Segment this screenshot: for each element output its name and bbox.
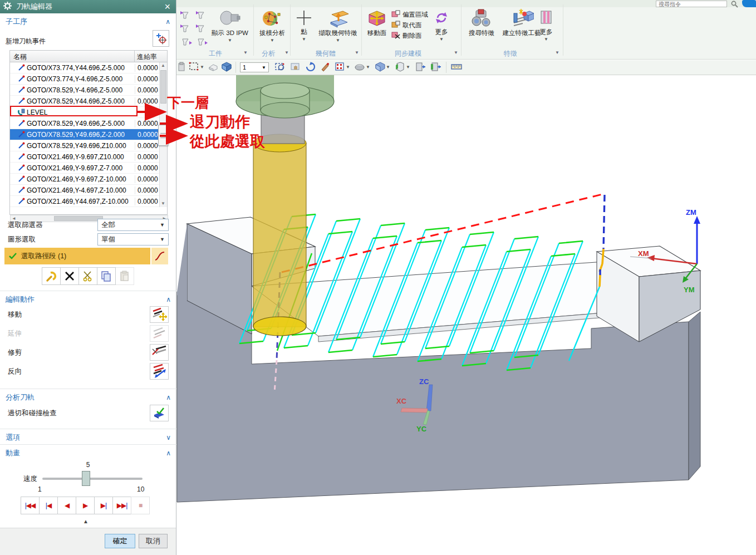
render-style-button[interactable]: ▼ (375, 62, 390, 72)
command-search-input[interactable] (656, 1, 727, 7)
chevron-up-icon[interactable]: ∧ (166, 449, 171, 457)
play-forward-button[interactable]: ▶ (76, 497, 95, 514)
cube-view-button[interactable] (221, 62, 232, 72)
chevron-down-icon[interactable]: ∨ (166, 434, 171, 441)
zoom-window-button[interactable] (274, 62, 286, 72)
pan-button[interactable] (290, 62, 301, 72)
section-sub-op[interactable]: 子工序 ∧ (0, 13, 176, 29)
table-row-goto[interactable]: GOTO/X21.469,Y-4.697,Z-10.0000.0000 (10, 185, 167, 196)
rotate-view-button[interactable] (305, 62, 316, 72)
search-feature-button[interactable]: 搜尋特徵 (465, 9, 498, 37)
chevron-up-icon[interactable]: ∧ (165, 18, 170, 26)
table-row-goto[interactable]: GOTO/X78.529,Y-4.696,Z-5.0000.0000 (10, 85, 167, 96)
offset-region-button[interactable]: 偏置區域 (391, 10, 428, 19)
clipboard-icon[interactable] (178, 62, 185, 72)
feedrate-curve-button[interactable] (151, 248, 168, 264)
speed-slider-track[interactable] (42, 478, 143, 480)
table-row-goto[interactable]: GOTO/X73.774,Y-4.696,Z-5.0000.0000 (10, 73, 167, 85)
cut-button[interactable] (78, 267, 97, 285)
step-backward-button[interactable]: |◀ (39, 497, 58, 514)
copy-button[interactable] (97, 267, 116, 285)
more-feature-button[interactable]: 更多 ▼ (536, 9, 556, 42)
snap-point-button[interactable]: ▼ (335, 62, 350, 72)
move-face-button[interactable]: 移動面 (364, 9, 390, 37)
event-name: GOTO/X78.529,Y49.696,Z-5.000 (27, 120, 135, 127)
group-geometry-label: 幾何體 (298, 49, 354, 58)
draft-analysis-button[interactable]: 拔模分析 ▼ (254, 9, 290, 43)
table-row-goto[interactable]: GOTO/X21.469,Y44.697,Z-10.0000.0000 (10, 196, 167, 207)
graphic-selection-dropdown[interactable]: 單個 ▼ (97, 233, 169, 245)
point-button[interactable]: 點 ▼ (293, 9, 315, 42)
delete-face-button[interactable]: 刪除面 (391, 31, 422, 40)
vscroll-thumb[interactable] (160, 70, 166, 104)
extract-geometry-button[interactable]: 擷取幾何特徵 ▼ (315, 9, 361, 43)
group-sync-more-icon[interactable]: ▼ (454, 50, 458, 55)
list-drag-handle[interactable] (158, 125, 168, 146)
chevron-up-icon[interactable]: ∧ (166, 394, 171, 401)
stop-button[interactable]: ■ (131, 497, 150, 514)
go-to-start-button[interactable]: |◀◀ (21, 497, 40, 514)
workpiece-tool-icons[interactable] (179, 10, 212, 49)
selected-segment-bar[interactable]: 選取路徑段 (1) (4, 248, 168, 264)
user-account-button[interactable] (742, 0, 756, 7)
trim-button[interactable] (150, 344, 169, 361)
shaded-wireframe-button[interactable]: ▼ (355, 62, 370, 72)
scroll-down-icon[interactable]: ▼ (160, 200, 166, 207)
selection-filter-dropdown[interactable]: 全部 ▼ (97, 219, 169, 231)
scroll-up-icon[interactable]: ▲ (160, 62, 166, 69)
extend-button[interactable] (150, 325, 169, 342)
more-sync-button[interactable]: 更多 ▼ (431, 9, 451, 42)
table-row-goto[interactable]: GOTO/X21.469,Y-9.697,Z10.0000.0000 (10, 151, 167, 163)
section-edit-actions[interactable]: 編輯動作 ∧ (0, 291, 176, 307)
marquee-select-button[interactable]: ▼ (189, 62, 204, 72)
replace-face-button[interactable]: 取代面 (391, 21, 422, 30)
move-button[interactable] (150, 306, 169, 323)
view-orient-button[interactable]: ▼ (395, 62, 410, 72)
go-to-end-button[interactable]: ▶▶| (112, 497, 131, 514)
group-work-more-icon[interactable]: ▼ (243, 50, 248, 55)
group-feature-more-icon[interactable]: ▼ (555, 50, 559, 55)
section-animation[interactable]: 動畫 ∧ (0, 444, 176, 460)
edit-button[interactable] (42, 267, 61, 285)
window-export-green-icon[interactable] (430, 62, 441, 72)
chevron-up-icon[interactable]: ∧ (166, 296, 171, 303)
speed-slider-thumb[interactable] (82, 471, 90, 486)
section-options[interactable]: 選項 ∨ (0, 429, 176, 445)
table-row-goto[interactable]: GOTO/X78.529,Y49.696,Z10.0000.0000 (10, 140, 167, 151)
search-icon[interactable] (731, 0, 739, 10)
delete-button[interactable] (60, 267, 79, 285)
table-row-goto[interactable]: GOTO/X78.529,Y49.696,Z-5.0000.0000 (10, 118, 167, 129)
close-icon[interactable]: × (162, 2, 173, 12)
view-scale-dropdown[interactable]: 1 ▼ (240, 62, 269, 72)
edit-object-display-button[interactable] (320, 62, 331, 72)
measure-icon[interactable] (450, 62, 463, 72)
table-row-goto[interactable]: GOTO/X21.469,Y-9.697,Z-10.0000.0000 (10, 174, 167, 185)
column-name[interactable]: 名稱 (10, 51, 135, 62)
table-row-level[interactable]: LEVEL (10, 107, 167, 118)
column-feedrate[interactable]: 進給率 (135, 51, 167, 62)
edit-actions-label: 編輯動作 (6, 294, 35, 304)
reverse-button[interactable] (150, 363, 169, 380)
ok-button[interactable]: 確定 (105, 534, 135, 548)
show-3d-ipw-button[interactable]: 顯示 3D IPW ▼ (209, 9, 251, 43)
table-header[interactable]: 名稱 進給率 (10, 51, 167, 62)
table-row-goto[interactable]: GOTO/X78.529,Y44.696,Z-5.0000.0000 (10, 96, 167, 107)
panel-titlebar[interactable]: 刀軌編輯器 × (0, 0, 176, 13)
play-backward-button[interactable]: ◀ (57, 497, 76, 514)
table-row-goto[interactable]: GOTO/X73.774,Y44.696,Z-5.0000.0000 (10, 62, 167, 73)
goto-move-icon (10, 175, 27, 183)
table-row-goto[interactable]: GOTO/X78.529,Y49.696,Z-2.0000.0000 (10, 129, 167, 140)
collapse-panel-icon[interactable]: ▲ (83, 518, 89, 524)
group-analysis-more-icon[interactable]: ▼ (284, 50, 289, 55)
add-event-label: 新增刀軌事件 (6, 37, 46, 46)
window-export-icon[interactable] (415, 62, 426, 72)
table-row-goto[interactable]: GOTO/X21.469,Y-9.697,Z-7.0000.0000 (10, 163, 167, 174)
add-event-button[interactable] (153, 30, 169, 47)
step-forward-button[interactable]: ▶| (94, 497, 113, 514)
cancel-button[interactable]: 取消 (139, 534, 168, 548)
gouge-check-button[interactable] (150, 405, 169, 421)
group-geometry-more-icon[interactable]: ▼ (355, 50, 359, 55)
extrude-icon[interactable] (208, 62, 219, 72)
paste-button[interactable] (115, 267, 134, 285)
section-analyze-toolpath[interactable]: 分析刀軌 ∧ (0, 389, 176, 405)
